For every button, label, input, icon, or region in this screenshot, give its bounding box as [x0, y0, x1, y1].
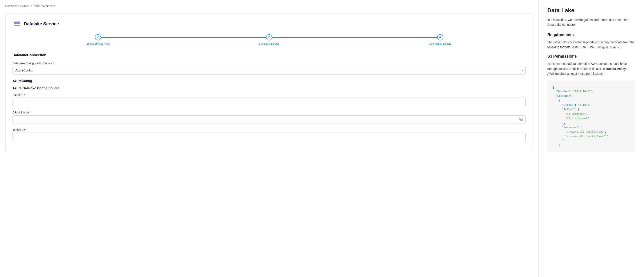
step-2-connector [272, 37, 437, 38]
azure-section-title: Azure Datalake Config Source [12, 86, 526, 90]
svg-point-3 [14, 22, 20, 23]
section-title: DatalakeConnection [12, 53, 526, 57]
tenant-id-required: * [25, 128, 26, 131]
client-secret-required: * [29, 111, 30, 114]
code-line-9: ], [553, 121, 630, 125]
step-2[interactable]: Configure Service [184, 34, 355, 45]
client-secret-wrapper [12, 115, 526, 124]
code-line-1: { [553, 85, 630, 90]
s3-title: S3 Permissions [547, 54, 635, 59]
formats-code: JSON, CSV, TSV, Parquet & Avro. [571, 46, 622, 49]
step-3[interactable]: Connection Details [354, 34, 526, 45]
code-block: { "Version": "2012-10-17", "Statement": … [547, 81, 635, 152]
service-title: Datalake Service [24, 21, 59, 26]
svg-point-5 [14, 25, 20, 26]
config-source-select[interactable]: AzureConfig S3Config GCSConfig [12, 66, 526, 75]
code-line-8: "s3:ListBucket" [553, 116, 630, 121]
s3-text: To execute metadata extraction AWS accou… [547, 61, 635, 76]
client-id-required: * [24, 93, 25, 97]
code-line-10: "Resource": [ [553, 125, 630, 130]
breadcrumb: Database Services / Add New Service [5, 5, 533, 8]
code-line-3: "Statement": [ [553, 94, 630, 98]
step-1-circle [95, 34, 101, 41]
client-id-input[interactable] [12, 98, 526, 106]
step-2-check [268, 36, 270, 39]
step-3-label: Connection Details [429, 42, 451, 45]
step-2-circle [266, 34, 272, 41]
code-line-4: { [553, 99, 630, 103]
client-id-field-group: Client ID * [12, 93, 526, 106]
code-line-14: } [553, 143, 630, 148]
config-source-required: * [53, 62, 54, 65]
bucket-policy-bold: Bucket Policy [606, 67, 626, 71]
client-secret-field-group: Client Secret * [12, 111, 526, 124]
code-line-2: "Version": "2012-10-17", [553, 90, 630, 94]
step-1-label: Select Service Type [86, 42, 110, 45]
requirements-title: Requirements [547, 33, 635, 37]
config-source-label: DataLake Configuration Source * [12, 62, 526, 65]
docs-title: Data Lake [547, 7, 635, 14]
code-line-13: ] [553, 139, 630, 143]
code-line-7: "s3:GetObject", [553, 112, 630, 116]
form-card: Datalake Service Select Service Type Con… [5, 13, 533, 152]
stepper: Select Service Type Configure Service Co… [12, 34, 526, 45]
tenant-id-label: Tenant ID * [12, 128, 526, 131]
code-line-5: "Effect": "Allow", [553, 103, 630, 107]
config-source-select-wrapper: AzureConfig S3Config GCSConfig ▾ [12, 66, 526, 75]
right-panel: Data Lake In this section, we provide gu… [538, 0, 644, 277]
client-secret-label: Client Secret * [12, 111, 526, 114]
azure-config-tag: AzureConfig [12, 79, 526, 83]
code-line-11: "arn:aws:s3:::bucketName", [553, 130, 630, 134]
breadcrumb-separator: / [31, 5, 32, 8]
svg-point-4 [14, 23, 20, 24]
code-line-6: "Action": [ [553, 107, 630, 112]
password-toggle-button[interactable] [519, 117, 523, 122]
config-source-field-group: DataLake Configuration Source * AzureCon… [12, 62, 526, 75]
docs-intro: In this section, we provide guides and r… [547, 17, 635, 27]
client-id-label: Client ID * [12, 93, 526, 97]
step-2-label: Configure Service [258, 42, 280, 45]
tenant-id-input[interactable] [12, 133, 526, 141]
service-header: Datalake Service [12, 19, 526, 28]
breadcrumb-parent[interactable]: Database Services [5, 5, 29, 8]
requirements-text: The Data Lake connector supports extract… [547, 40, 635, 50]
step-1[interactable]: Select Service Type [12, 34, 184, 45]
breadcrumb-current: Add New Service [34, 5, 56, 8]
tenant-id-field-group: Tenant ID * [12, 128, 526, 141]
step-1-connector [101, 37, 266, 38]
client-secret-input[interactable] [12, 115, 526, 124]
step-1-check [97, 36, 99, 39]
datalake-icon [12, 19, 21, 28]
step-3-circle [437, 34, 443, 41]
step-3-dot [439, 37, 441, 38]
left-panel: Database Services / Add New Service Data… [0, 0, 538, 277]
code-line-12: "arn:aws:s3:::bucketName/*" [553, 134, 630, 139]
